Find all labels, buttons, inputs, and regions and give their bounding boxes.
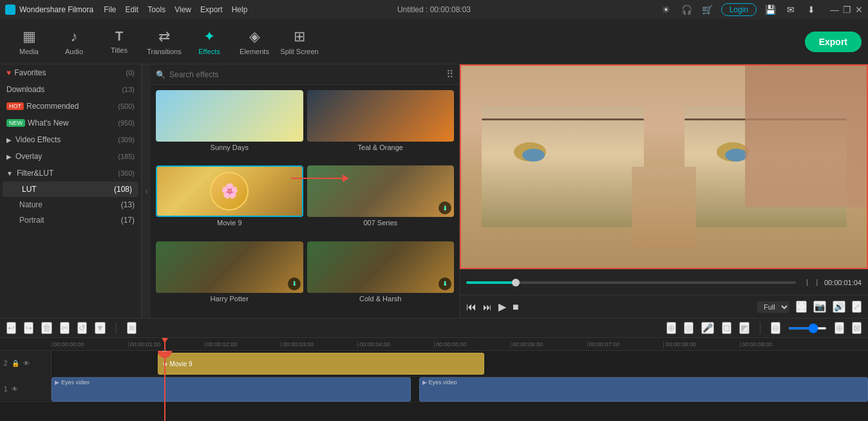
in-point-marker: ⌊: [806, 278, 809, 286]
tab-media[interactable]: ▦ Media: [6, 23, 52, 61]
effect-item-007[interactable]: ⬇ 007 Series: [307, 165, 455, 237]
redo-button[interactable]: ↪: [24, 322, 33, 334]
settings-button[interactable]: ▼: [95, 322, 106, 334]
transition-auto-button[interactable]: ⊡: [722, 322, 731, 334]
menu-help[interactable]: Help: [232, 5, 248, 14]
tab-titles[interactable]: T Titles: [97, 23, 142, 61]
eye-icon-track1[interactable]: 👁: [12, 386, 18, 393]
lock-icon[interactable]: 🔒: [12, 360, 19, 367]
sidebar-item-downloads[interactable]: Downloads (13): [0, 81, 141, 98]
headphones-icon[interactable]: 🎧: [680, 3, 694, 17]
zoom-slider[interactable]: [788, 327, 827, 330]
clip-movie9[interactable]: ★ Movie 9: [158, 353, 484, 375]
tab-splitscreen[interactable]: ⊞ Split Screen: [277, 23, 322, 61]
playhead-arrow: [162, 338, 168, 343]
filter-button[interactable]: ◎: [684, 322, 693, 334]
effect-label-007: 007 Series: [307, 219, 455, 227]
tracks-area: 2 🔒 👁 ★ Movie 9 1 👁 ▶ Eyes: [0, 351, 868, 421]
fit-to-window-button[interactable]: ⊠: [852, 322, 862, 334]
sidebar-item-lut[interactable]: LUT (108): [3, 182, 138, 197]
minimize-button[interactable]: —: [830, 5, 839, 15]
menu-export[interactable]: Export: [200, 5, 223, 14]
sidebar-videoeffects-label: Video Effects: [15, 135, 118, 144]
progress-thumb[interactable]: [512, 279, 520, 286]
menu-file[interactable]: File: [104, 5, 116, 14]
grid-view-icon[interactable]: ⠿: [446, 68, 454, 80]
tab-transitions[interactable]: ⇄ Transitions: [142, 23, 187, 61]
ruler-mark-7: 00:00:07:00: [587, 341, 664, 348]
track-2-content: ★ Movie 9: [52, 351, 868, 376]
step-back-button[interactable]: ⏭: [483, 302, 492, 312]
effect-item-teal[interactable]: Teal & Orange: [307, 90, 455, 162]
volume-button[interactable]: 🔊: [833, 301, 845, 313]
maximize-button[interactable]: ❐: [843, 5, 851, 15]
preview-video-frame: [461, 66, 867, 268]
fullscreen-button[interactable]: ⤢: [852, 301, 862, 313]
menu-tools[interactable]: Tools: [147, 5, 165, 14]
sidebar-item-whatsnew[interactable]: NEW What's New (950): [0, 115, 141, 131]
sidebar-item-videoeffects[interactable]: ▶ Video Effects (309): [0, 131, 141, 148]
sidebar-item-overlay[interactable]: ▶ Overlay (185): [0, 148, 141, 165]
sidebar-item-portrait[interactable]: Portrait (17): [0, 212, 141, 228]
tab-titles-label: Titles: [111, 46, 127, 54]
quality-selector[interactable]: Full 1/2 1/4: [757, 301, 789, 313]
track-1-content: ▶ Eyes video ▶ Eyes video: [52, 377, 868, 402]
track-1: 1 👁 ▶ Eyes video: [0, 377, 868, 402]
tab-audio[interactable]: ♪ Audio: [52, 23, 97, 61]
nose-region: [632, 167, 697, 248]
speed-button[interactable]: ◩: [739, 322, 750, 334]
download-icon[interactable]: ⬇: [804, 3, 818, 17]
effect-item-sunny[interactable]: Sunny Days: [156, 90, 303, 162]
ruler-mark-0: 00:00:00:00: [52, 341, 128, 348]
menu-view[interactable]: View: [175, 5, 191, 14]
menu-edit[interactable]: Edit: [126, 5, 139, 14]
tab-elements[interactable]: ◈ Elements: [232, 23, 277, 61]
menu-bar: File Edit Tools View Export Help: [104, 5, 247, 14]
preview-extend-button[interactable]: ⛶: [796, 301, 807, 313]
main-toolbar: ▦ Media ♪ Audio T Titles ⇄ Transitions ✦…: [0, 19, 868, 64]
prev-frame-button[interactable]: ⏮: [466, 301, 476, 313]
sidebar-downloads-label: Downloads: [6, 85, 122, 94]
undo-button[interactable]: ↩: [6, 322, 16, 334]
cart-icon[interactable]: 🛒: [701, 3, 715, 17]
sidebar-item-filterlut[interactable]: ▼ Filter&LUT (360): [0, 165, 141, 182]
history-button[interactable]: ↺: [77, 322, 87, 334]
close-button[interactable]: ✕: [855, 5, 863, 15]
audio-waveform-button[interactable]: ≋: [127, 322, 137, 334]
effects-icon: ✦: [203, 28, 215, 45]
sidebar-whatsnew-label: What's New: [28, 118, 118, 127]
download-overlay-cold: ⬇: [439, 277, 451, 290]
effect-item-harry[interactable]: ⬇ Harry Potter: [156, 241, 303, 313]
snap-button[interactable]: ⊕: [666, 322, 676, 334]
save-icon[interactable]: 💾: [763, 3, 777, 17]
snapshot-button[interactable]: 📷: [813, 301, 826, 313]
split-button[interactable]: ✂: [60, 322, 70, 334]
sidebar-item-nature[interactable]: Nature (13): [0, 197, 141, 212]
play-button[interactable]: ▶: [498, 301, 506, 313]
mail-icon[interactable]: ✉: [784, 3, 798, 17]
clip-eyes-2[interactable]: ▶ Eyes video: [419, 377, 868, 402]
ruler-mark-2: 00:00:02:00: [205, 341, 281, 348]
effect-item-cold[interactable]: ⬇ Cold & Harsh: [307, 241, 455, 313]
eye-icon-track2[interactable]: 👁: [23, 360, 30, 367]
voiceover-button[interactable]: 🎤: [701, 322, 714, 334]
settings-icon[interactable]: ☀: [659, 3, 674, 17]
playback-controls-bar: ⏮ ⏭ ▶ ■ Full 1/2 1/4 ⛶ 📷 🔊 ⤢: [460, 295, 868, 318]
login-button[interactable]: Login: [721, 3, 757, 16]
sidebar-lut-count: (108): [114, 185, 132, 194]
sidebar-collapse-button[interactable]: ‹: [142, 64, 151, 318]
sidebar-filterlut-label: Filter&LUT: [17, 169, 118, 178]
progress-bar-container[interactable]: [466, 281, 796, 284]
search-input[interactable]: [169, 70, 442, 79]
sidebar-item-recommended[interactable]: HOT Recommended (500): [0, 98, 141, 115]
scissors-icon: ✂: [162, 351, 167, 354]
delete-button[interactable]: 🗑: [41, 322, 52, 334]
sidebar-item-favorites[interactable]: ♥ Favorites (0): [0, 64, 141, 81]
export-button[interactable]: Export: [805, 32, 862, 52]
stop-button[interactable]: ■: [513, 301, 519, 313]
effect-item-movie9[interactable]: 🌸 Movie 9: [156, 165, 303, 237]
zoom-out-button[interactable]: ⊖: [771, 322, 780, 334]
zoom-in-button[interactable]: ⊕: [835, 322, 844, 334]
tab-effects[interactable]: ✦ Effects: [187, 23, 232, 61]
clip-eyes-1[interactable]: ▶ Eyes video: [52, 377, 411, 402]
